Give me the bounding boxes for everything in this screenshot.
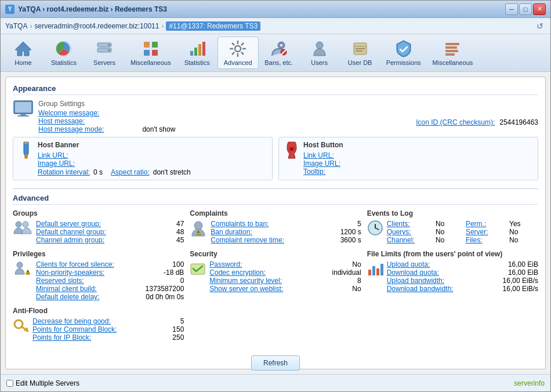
complaints-to-ban-link[interactable]: Complaints to ban:	[211, 220, 329, 228]
maximize-button[interactable]: □	[519, 3, 532, 15]
download-bandwidth-link[interactable]: Download bandwidth:	[387, 285, 503, 293]
right-col: Events to Log	[367, 209, 538, 347]
toolbar-statistics1[interactable]: Statistics	[44, 37, 84, 68]
clients-log-link[interactable]: Clients:	[387, 220, 432, 228]
points-command-block-link[interactable]: Points for Command Block:	[32, 325, 152, 333]
rotation-interval-link[interactable]: Rotation interval:	[38, 168, 90, 176]
main-window: Y YaTQA › root4.redeemer.biz › Redeemers…	[0, 0, 551, 392]
decrease-good-link[interactable]: Decrease for being good:	[32, 317, 152, 325]
security-icon	[190, 260, 206, 278]
download-quota-val: 16,00 EiB	[506, 268, 538, 277]
edit-multiple-checkbox[interactable]	[6, 380, 13, 387]
channel-admin-group-link[interactable]: Channel admin group:	[36, 236, 152, 244]
host-message-mode-link[interactable]: Host message mode:	[38, 125, 104, 133]
default-channel-group-link[interactable]: Default channel group:	[36, 228, 152, 236]
svg-point-4	[108, 44, 110, 46]
sec-row-1: Codec encryption: individual	[209, 268, 361, 277]
file-row-1: Download quota: 16,00 EiB	[387, 268, 538, 277]
anti-flood-rows: Decrease for being good: 5 Points for Co…	[32, 317, 184, 342]
default-server-group-link[interactable]: Default server group:	[36, 220, 152, 228]
perm-log-val: Yes	[509, 220, 538, 228]
groups-row-2: Channel admin group: 45	[36, 236, 184, 244]
button-image-url[interactable]: Image URL:	[303, 159, 340, 168]
server-log-link[interactable]: Server:	[466, 228, 506, 236]
svg-rect-38	[20, 114, 26, 115]
ban-duration-link[interactable]: Ban duration:	[211, 228, 329, 236]
toolbar-servers[interactable]: Servers	[84, 37, 125, 68]
appearance-section: Appearance Group	[13, 84, 538, 180]
show-weblist-link[interactable]: Show server on weblist:	[209, 285, 329, 293]
misc2-label: Miscellaneous	[433, 59, 473, 66]
serverinfo-link[interactable]: serverinfo	[514, 379, 545, 387]
complaint-remove-time-link[interactable]: Complaint remove time:	[211, 236, 329, 244]
svg-point-46	[17, 262, 23, 268]
non-priority-link[interactable]: Non-priority-speakers:	[36, 268, 152, 277]
default-delete-delay-link[interactable]: Default delete delay:	[36, 293, 146, 301]
min-security-level-link[interactable]: Minimum security level:	[209, 277, 329, 285]
toolbar-permissions[interactable]: Permissions	[380, 37, 427, 68]
icon-id-label[interactable]: Icon ID (CRC checksum):	[416, 118, 495, 126]
upload-quota-link[interactable]: Upload quota:	[387, 260, 506, 268]
refresh-button[interactable]: Refresh	[251, 355, 300, 371]
password-val: No	[329, 260, 361, 268]
nav-icon: ↺	[534, 20, 546, 32]
codec-encryption-link[interactable]: Codec encryption:	[209, 268, 329, 277]
minimal-client-build-link[interactable]: Minimal client build:	[36, 285, 146, 293]
statistics2-icon	[188, 39, 206, 58]
toolbar-statistics2[interactable]: Statistics	[177, 37, 217, 68]
file-row-2: Upload bandwidth: 16,00 EiB/s	[387, 277, 538, 285]
toolbar-home[interactable]: Home	[3, 37, 44, 68]
banner-image-url[interactable]: Image URL:	[38, 159, 75, 168]
aspect-ratio-link[interactable]: Aspect ratio:	[111, 168, 150, 176]
button-tooltip[interactable]: Tooltip:	[303, 168, 325, 176]
reserved-slots-link[interactable]: Reserved slots:	[36, 277, 152, 285]
perm-log-link[interactable]: Perm.:	[466, 220, 506, 228]
files-log-link[interactable]: Files:	[466, 236, 506, 244]
codec-encryption-val: individual	[329, 268, 361, 277]
querys-log-link[interactable]: Querys:	[387, 228, 432, 236]
events-subsection: Events to Log	[367, 209, 538, 244]
button-link-url[interactable]: Link URL:	[303, 151, 334, 159]
download-bandwidth-val: 16,00 EiB/s	[503, 285, 538, 293]
points-ip-block-val: 250	[152, 333, 184, 342]
channel-admin-group-val: 45	[152, 236, 184, 244]
decrease-good-val: 5	[152, 317, 184, 325]
privileges-title: Privileges	[13, 250, 184, 258]
monitor-icon	[13, 100, 34, 120]
toolbar-users[interactable]: Users	[299, 37, 340, 68]
channel-log-val: No	[436, 236, 462, 244]
password-link[interactable]: Password:	[209, 260, 329, 268]
upload-bandwidth-link[interactable]: Upload bandwidth:	[387, 277, 503, 285]
misc1-icon	[142, 39, 160, 58]
content-panel: Appearance Group	[5, 77, 546, 369]
toolbar-advanced[interactable]: Advanced	[217, 37, 259, 69]
toolbar-misc1[interactable]: Miscellaneous	[125, 37, 177, 68]
flood-row-2: Points for IP Block: 250	[32, 333, 184, 342]
toolbar: Home Statistics Servers Miscellaneous St	[1, 34, 550, 72]
svg-point-44	[16, 222, 21, 227]
sec-row-0: Password: No	[209, 260, 361, 268]
channel-log-link[interactable]: Channel:	[387, 236, 432, 244]
banner-link-url[interactable]: Link URL:	[38, 151, 68, 159]
welcome-message-link[interactable]: Welcome message:	[38, 109, 99, 117]
comp-row-1: Ban duration: 1200 s	[211, 228, 361, 236]
middle-col: Complaints	[190, 209, 361, 347]
minimize-button[interactable]: ─	[505, 3, 518, 15]
toolbar-userdb[interactable]: User DB	[340, 37, 380, 68]
advanced-label: Advanced	[224, 59, 252, 66]
points-ip-block-link[interactable]: Points for IP Block:	[32, 333, 152, 342]
window-controls: ─ □ ✕	[505, 3, 546, 15]
min-security-level-val: 8	[329, 277, 361, 285]
svg-rect-32	[445, 43, 459, 45]
toolbar-bans[interactable]: Bans, etc.	[259, 37, 299, 68]
file-limits-rows: Upload quota: 16,00 EiB Download quota: …	[387, 260, 538, 293]
host-message-link[interactable]: Host message:	[38, 117, 85, 125]
close-button[interactable]: ✕	[533, 3, 546, 15]
clients-forced-silence-link[interactable]: Clients for forced silence:	[36, 260, 152, 268]
toolbar-misc2[interactable]: Miscellaneous	[427, 37, 479, 68]
bar-chart-icon	[367, 260, 383, 278]
svg-point-24	[280, 44, 282, 46]
servers-icon	[95, 39, 114, 58]
download-quota-link[interactable]: Download quota:	[387, 268, 506, 277]
key-icon	[13, 317, 29, 335]
